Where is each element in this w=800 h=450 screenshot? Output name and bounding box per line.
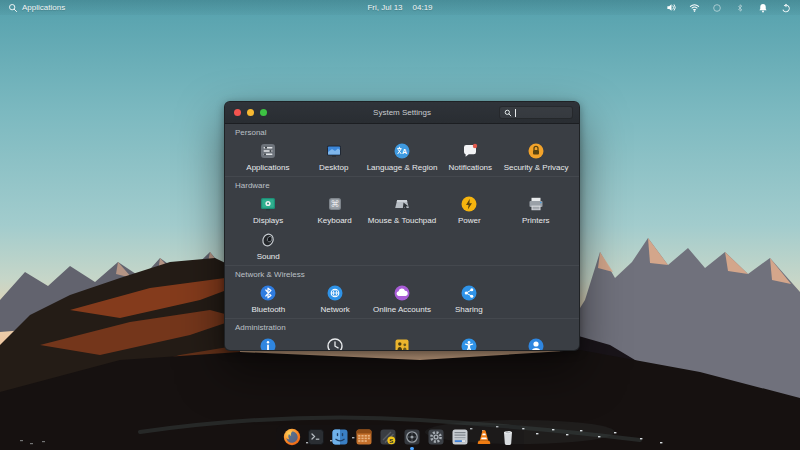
tile-label: Power — [458, 216, 481, 225]
close-button[interactable] — [234, 109, 241, 116]
settings-tile-sharing[interactable]: Sharing — [435, 281, 502, 317]
panel-time: 04:19 — [413, 3, 433, 12]
panel-indicators — [665, 2, 792, 14]
dock-item-tweaks[interactable] — [426, 427, 446, 447]
section-header: Hardware — [235, 181, 569, 190]
settings-tile-desktop[interactable]: Desktop — [301, 139, 367, 175]
dock-item-trash[interactable] — [498, 427, 518, 447]
settings-tile-notifications[interactable]: Notifications — [437, 139, 503, 175]
night-light-icon[interactable] — [711, 2, 723, 14]
security-privacy-icon — [526, 141, 546, 161]
minimize-button[interactable] — [247, 109, 254, 116]
tile-label: Mouse & Touchpad — [368, 216, 436, 225]
tile-label: Printers — [522, 216, 550, 225]
settings-tile-displays[interactable]: Displays — [235, 192, 301, 228]
tile-label: Network — [321, 305, 350, 314]
dock-item-terminal[interactable] — [306, 427, 326, 447]
sharing-icon — [459, 283, 479, 303]
settings-tile-date-time[interactable]: Date & Time — [302, 334, 369, 351]
settings-tile-about[interactable]: About — [235, 334, 302, 351]
network-icon — [325, 283, 345, 303]
search-icon — [8, 3, 18, 13]
settings-tile-security-privacy[interactable]: Security & Privacy — [503, 139, 569, 175]
section-header: Network & Wireless — [235, 270, 569, 279]
date-time-icon — [325, 336, 345, 351]
tile-label: Language & Region — [367, 163, 438, 172]
sound-icon — [258, 230, 278, 250]
dock-item-calendar[interactable] — [354, 427, 374, 447]
tile-label: Notifications — [448, 163, 492, 172]
notifications-icon — [460, 141, 480, 161]
tile-label: Sharing — [455, 305, 483, 314]
section-network-wireless: Network & WirelessBluetoothNetworkOnline… — [225, 265, 579, 318]
bluetooth-icon — [258, 283, 278, 303]
settings-tile-power[interactable]: Power — [436, 192, 502, 228]
dock-item-vlc[interactable] — [474, 427, 494, 447]
applications-menu-label: Applications — [22, 3, 65, 12]
settings-tile-bluetooth[interactable]: Bluetooth — [235, 281, 302, 317]
about-icon — [258, 336, 278, 351]
applications-menu[interactable]: Applications — [8, 3, 65, 13]
volume-icon[interactable] — [665, 2, 677, 14]
svg-text:A: A — [402, 148, 407, 155]
settings-tile-universal-access[interactable]: Universal Access — [435, 334, 502, 351]
dock-item-software-updater[interactable] — [450, 427, 470, 447]
desktop: Applications Fri, Jul 13 04:19 System Se… — [0, 0, 800, 450]
settings-tile-user-accounts[interactable]: User Accounts — [502, 334, 569, 351]
settings-tile-online-accounts[interactable]: Online Accounts — [369, 281, 436, 317]
power-icon — [459, 194, 479, 214]
tile-label: Bluetooth — [251, 305, 285, 314]
section-personal: PersonalApplicationsDesktopALanguage & R… — [225, 124, 579, 176]
power-icon[interactable] — [780, 2, 792, 14]
wifi-icon[interactable] — [688, 2, 700, 14]
section-hardware: HardwareDisplays⌘KeyboardMouse & Touchpa… — [225, 176, 579, 265]
tile-label: Applications — [246, 163, 289, 172]
settings-search-input[interactable] — [499, 106, 573, 119]
search-icon — [504, 109, 512, 117]
tile-label: Online Accounts — [373, 305, 431, 314]
dock: S — [276, 425, 524, 450]
printers-icon — [526, 194, 546, 214]
maximize-button[interactable] — [260, 109, 267, 116]
desktop-icon — [324, 141, 344, 161]
language-region-icon: A — [392, 141, 412, 161]
notifications-bell-icon[interactable] — [757, 2, 769, 14]
tile-label: Keyboard — [317, 216, 351, 225]
window-controls — [234, 109, 267, 116]
universal-access-icon — [459, 336, 479, 351]
dock-item-system-settings[interactable] — [402, 427, 422, 447]
settings-tile-applications[interactable]: Applications — [235, 139, 301, 175]
system-settings-window: System Settings PersonalApplicationsDesk… — [224, 101, 580, 351]
mouse-touchpad-icon — [392, 194, 412, 214]
parental-control-icon — [392, 336, 412, 351]
bluetooth-icon[interactable] — [734, 2, 746, 14]
dock-item-files[interactable] — [330, 427, 350, 447]
keyboard-icon: ⌘ — [325, 194, 345, 214]
online-accounts-icon — [392, 283, 412, 303]
settings-tile-network[interactable]: Network — [302, 281, 369, 317]
settings-tile-sound[interactable]: Sound — [235, 228, 301, 264]
settings-tile-printers[interactable]: Printers — [503, 192, 569, 228]
displays-icon — [258, 194, 278, 214]
section-header: Personal — [235, 128, 569, 137]
tile-label: Displays — [253, 216, 283, 225]
settings-tile-mouse-touchpad[interactable]: Mouse & Touchpad — [368, 192, 436, 228]
svg-text:S: S — [389, 438, 393, 444]
panel-clock[interactable]: Fri, Jul 13 04:19 — [367, 3, 432, 12]
panel-date: Fri, Jul 13 — [367, 3, 402, 12]
tile-label: Desktop — [319, 163, 348, 172]
settings-tile-keyboard[interactable]: ⌘Keyboard — [301, 192, 367, 228]
dock-item-sublime-text[interactable]: S — [378, 427, 398, 447]
settings-content: PersonalApplicationsDesktopALanguage & R… — [225, 124, 579, 351]
settings-tile-parental-control[interactable]: Parental Control — [369, 334, 436, 351]
settings-tile-language-region[interactable]: ALanguage & Region — [367, 139, 438, 175]
dock-item-firefox[interactable] — [282, 427, 302, 447]
user-accounts-icon — [526, 336, 546, 351]
titlebar[interactable]: System Settings — [225, 102, 579, 124]
tile-label: Sound — [257, 252, 280, 261]
svg-text:⌘: ⌘ — [330, 199, 339, 209]
applications-icon — [258, 141, 278, 161]
top-panel: Applications Fri, Jul 13 04:19 — [0, 0, 800, 15]
text-caret — [515, 109, 516, 117]
section-header: Administration — [235, 323, 569, 332]
